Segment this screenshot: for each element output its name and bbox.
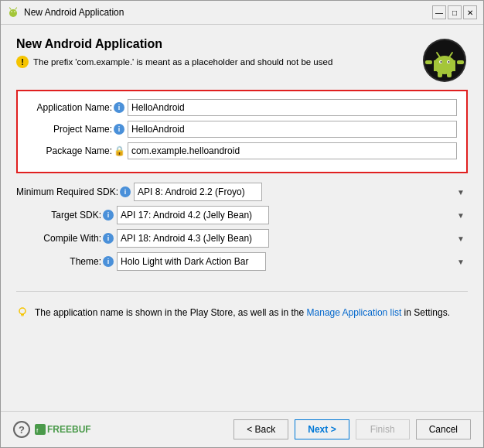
watermark-text: FREEBUF <box>47 424 91 435</box>
application-name-label: Application Name: i <box>27 102 128 113</box>
target-sdk-wrapper: API 17: Android 4.2 (Jelly Bean) ▼ <box>117 206 468 224</box>
minimum-sdk-select[interactable]: API 8: Android 2.2 (Froyo) <box>134 183 262 201</box>
theme-row: Theme: i Holo Light with Dark Action Bar… <box>16 252 468 271</box>
theme-select[interactable]: Holo Light with Dark Action Bar <box>117 252 266 271</box>
info-text-part2: in Settings. <box>401 307 450 318</box>
svg-point-2 <box>11 11 12 12</box>
svg-line-5 <box>15 8 17 9</box>
info-text: The application name is shown in the Pla… <box>35 306 450 320</box>
svg-point-3 <box>14 11 15 12</box>
title-bar: New Android Application — □ ✕ <box>1 1 483 25</box>
header-left: New Android Application ! The prefix 'co… <box>16 37 414 68</box>
manage-application-link[interactable]: Manage Application list <box>307 307 402 318</box>
target-sdk-select[interactable]: API 17: Android 4.2 (Jelly Bean) <box>117 206 269 224</box>
page-title: New Android Application <box>16 37 414 51</box>
header-row: New Android Application ! The prefix 'co… <box>16 37 468 84</box>
compile-with-select[interactable]: API 18: Android 4.3 (Jelly Bean) <box>117 229 269 248</box>
project-name-input[interactable] <box>128 121 457 138</box>
main-window: New Android Application — □ ✕ New Androi… <box>0 0 484 448</box>
title-bar-controls: — □ ✕ <box>432 5 477 19</box>
theme-arrow-icon: ▼ <box>457 258 465 266</box>
footer-buttons: < Back Next > Finish Cancel <box>233 419 471 439</box>
package-name-label: Package Name: 🔒 <box>27 145 128 156</box>
divider <box>16 291 468 292</box>
finish-button: Finish <box>356 419 410 439</box>
application-name-row: Application Name: i <box>27 99 457 116</box>
target-sdk-row: Target SDK: i API 17: Android 4.2 (Jelly… <box>16 206 468 224</box>
close-button[interactable]: ✕ <box>463 5 477 19</box>
svg-line-4 <box>10 8 12 9</box>
maximize-button[interactable]: □ <box>448 5 462 19</box>
minimum-sdk-wrapper: API 8: Android 2.2 (Froyo) ▼ <box>134 183 468 201</box>
compile-with-arrow-icon: ▼ <box>457 234 465 243</box>
warning-icon: ! <box>16 56 29 68</box>
package-name-input[interactable] <box>128 142 457 159</box>
android-logo <box>421 37 468 84</box>
svg-point-12 <box>441 61 442 63</box>
target-sdk-arrow-icon: ▼ <box>457 211 465 220</box>
minimum-sdk-label: Minimum Required SDK: i <box>16 186 134 197</box>
application-name-info-icon[interactable]: i <box>114 102 124 113</box>
freebuf-logo-icon: f <box>35 424 46 435</box>
minimize-button[interactable]: — <box>432 5 446 19</box>
info-section: The application name is shown in the Pla… <box>16 299 468 326</box>
svg-rect-18 <box>438 71 442 77</box>
compile-with-label: Compile With: i <box>16 233 117 244</box>
svg-rect-17 <box>457 60 464 64</box>
info-text-part1: The application name is shown in the Pla… <box>35 307 307 318</box>
application-fields-box: Application Name: i Project Name: i Pack… <box>16 90 468 173</box>
project-name-info-icon[interactable]: i <box>114 124 124 135</box>
title-bar-text: New Android Application <box>24 7 124 18</box>
cancel-button[interactable]: Cancel <box>416 419 471 439</box>
package-name-row: Package Name: 🔒 <box>27 142 457 159</box>
footer-watermark: f FREEBUF <box>35 424 91 435</box>
compile-with-row: Compile With: i API 18: Android 4.3 (Jel… <box>16 229 468 248</box>
theme-label: Theme: i <box>16 256 117 267</box>
back-button[interactable]: < Back <box>233 419 288 439</box>
warning-row: ! The prefix 'com.example.' is meant as … <box>16 56 414 68</box>
application-name-input[interactable] <box>128 99 457 116</box>
title-bar-left: New Android Application <box>7 6 124 19</box>
warning-text: The prefix 'com.example.' is meant as a … <box>33 57 332 67</box>
minimum-sdk-row: Minimum Required SDK: i API 8: Android 2… <box>16 183 468 201</box>
svg-point-20 <box>19 308 26 314</box>
next-button[interactable]: Next > <box>295 419 349 439</box>
android-small-icon <box>7 6 19 19</box>
compile-with-wrapper: API 18: Android 4.3 (Jelly Bean) ▼ <box>117 229 468 248</box>
minimum-sdk-info-icon[interactable]: i <box>120 186 131 197</box>
content-area: New Android Application ! The prefix 'co… <box>1 25 483 411</box>
compile-with-info-icon[interactable]: i <box>103 233 114 244</box>
help-button[interactable]: ? <box>13 421 30 438</box>
project-name-label: Project Name: i <box>27 124 128 135</box>
dropdowns-section: Minimum Required SDK: i API 8: Android 2… <box>16 183 468 275</box>
minimum-sdk-arrow-icon: ▼ <box>457 188 465 197</box>
svg-rect-22 <box>22 316 24 316</box>
theme-wrapper: Holo Light with Dark Action Bar ▼ <box>117 252 468 271</box>
theme-info-icon[interactable]: i <box>103 256 114 267</box>
svg-point-13 <box>448 61 450 63</box>
svg-rect-21 <box>21 314 24 316</box>
package-name-lock-icon: 🔒 <box>114 145 124 156</box>
svg-rect-9 <box>434 60 455 71</box>
target-sdk-info-icon[interactable]: i <box>103 210 114 221</box>
target-sdk-label: Target SDK: i <box>16 210 117 221</box>
svg-rect-19 <box>447 71 452 77</box>
svg-rect-16 <box>425 60 432 64</box>
lightbulb-icon <box>16 306 29 319</box>
footer-left: ? f FREEBUF <box>13 421 91 438</box>
footer: ? f FREEBUF < Back Next > Finish Cancel <box>1 411 483 447</box>
project-name-row: Project Name: i <box>27 121 457 138</box>
